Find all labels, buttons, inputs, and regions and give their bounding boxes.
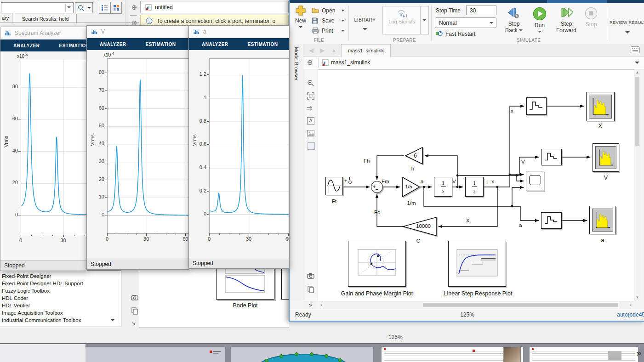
axis-tick bbox=[259, 233, 259, 235]
hold-block-x[interactable] bbox=[526, 97, 547, 115]
fast-restart-toggle[interactable]: Fast Restart bbox=[436, 31, 500, 38]
tab-estimation[interactable]: ESTIMATION bbox=[248, 42, 278, 47]
image-icon[interactable] bbox=[307, 130, 314, 136]
tab-analyzer[interactable]: ANALYZER bbox=[13, 43, 40, 48]
toolbox-list[interactable]: Fixed-Point DesignerFixed-Point Designer… bbox=[0, 270, 121, 327]
integrator1-block[interactable]: 1s bbox=[434, 177, 452, 197]
fit-to-view-icon[interactable] bbox=[307, 92, 314, 100]
thumbnail-matlab-1[interactable] bbox=[382, 347, 523, 362]
scroll-up-icon[interactable]: ▲ bbox=[634, 69, 640, 76]
grid-view-button[interactable] bbox=[110, 2, 122, 14]
log-signals-button[interactable]: Log Signals bbox=[382, 6, 421, 34]
review-results-button[interactable]: REVIEW RESULTS bbox=[610, 5, 644, 36]
nav-back-icon[interactable]: ◀ bbox=[309, 47, 313, 54]
toolbox-list-item[interactable]: Fixed-Point Designer HDL Support bbox=[0, 280, 121, 287]
library-search-combobox[interactable] bbox=[1, 2, 74, 13]
spectrum-display-v[interactable] bbox=[593, 143, 619, 172]
sine-wave-block[interactable] bbox=[325, 177, 343, 195]
ft-label: Ft bbox=[324, 198, 344, 204]
gain-phase-margin-label: Gain and Phase Margin Plot bbox=[336, 290, 418, 297]
clipboard-icon[interactable] bbox=[131, 307, 138, 315]
horizontal-scrollbar[interactable]: ‹ › bbox=[318, 301, 634, 309]
breadcrumb[interactable]: mass1_simulink bbox=[331, 59, 370, 66]
tab-estimation[interactable]: ESTIMATION bbox=[146, 42, 176, 47]
tab-analyzer[interactable]: ANALYZER bbox=[202, 42, 228, 47]
toolbox-list-item[interactable]: Fixed-Point Designer bbox=[0, 272, 121, 280]
search-button[interactable] bbox=[75, 2, 87, 13]
chevron-down-icon bbox=[538, 31, 541, 34]
nav-forward-icon[interactable]: ▶ bbox=[320, 47, 325, 54]
new-button[interactable]: New bbox=[292, 5, 309, 36]
window-titlebar[interactable]: a bbox=[189, 26, 289, 38]
toolbox-list-item[interactable]: Image Acquisition Toolbox bbox=[0, 309, 121, 317]
gain-phase-margin-block[interactable] bbox=[348, 241, 406, 287]
diagram-canvas[interactable]: Ft + − + − 1/5 1/m 1s 1s 6 h bbox=[318, 69, 634, 301]
scroll-left-icon[interactable]: ‹ bbox=[320, 302, 322, 307]
nav-up-icon[interactable]: ▲ bbox=[331, 47, 337, 54]
breadcrumb-expand-icon[interactable]: ⊕ bbox=[307, 58, 313, 67]
tab-untitled[interactable]: untitled bbox=[140, 1, 289, 13]
signal-arrows-icon[interactable]: ⇉ bbox=[307, 104, 312, 112]
scrollbar-thumb[interactable] bbox=[635, 77, 639, 146]
keyboard-icon[interactable] bbox=[631, 46, 640, 53]
area-box-icon[interactable] bbox=[308, 142, 315, 150]
tab-mass1-simulink[interactable]: mass1_simulink bbox=[341, 44, 391, 57]
tab-estimation[interactable]: ESTIMATION bbox=[59, 43, 87, 48]
status-bar: Stopped bbox=[87, 259, 189, 269]
thumbnail-matlab-2[interactable] bbox=[530, 347, 638, 362]
chevron-down-icon[interactable] bbox=[635, 62, 639, 66]
axis-tick bbox=[74, 235, 74, 236]
run-button[interactable]: Run bbox=[530, 7, 550, 39]
clipboard-icon[interactable] bbox=[308, 286, 314, 293]
search-options-dropdown[interactable] bbox=[86, 2, 93, 13]
stop-time-input[interactable]: 30 bbox=[466, 6, 496, 15]
toolbox-list-item[interactable]: Industrial Communication Toolbox bbox=[0, 317, 121, 324]
tab-analyzer[interactable]: ANALYZER bbox=[100, 42, 126, 47]
vertical-scrollbar[interactable]: ▲ ▼ bbox=[634, 69, 640, 301]
step-back-button[interactable]: Step Back bbox=[502, 7, 526, 39]
toolbox-list-item[interactable]: HDL Verifier bbox=[0, 302, 121, 309]
prepare-dropdown[interactable] bbox=[420, 6, 429, 34]
simulation-mode-select[interactable]: Normal bbox=[435, 17, 496, 28]
window-titlebar[interactable]: V bbox=[87, 26, 189, 38]
hold-block-a[interactable] bbox=[541, 212, 562, 229]
axis-tick: 0 bbox=[100, 236, 114, 242]
scrollbar-thumb[interactable] bbox=[423, 303, 618, 307]
thumbnail-figure-2[interactable] bbox=[231, 347, 373, 362]
canvas-palette: ⇉ A bbox=[303, 69, 318, 301]
spectrum-display-a[interactable] bbox=[589, 206, 616, 234]
step-forward-button[interactable]: Step Forward bbox=[553, 7, 579, 39]
toolbox-list-item[interactable]: HDL Coder bbox=[0, 294, 121, 302]
window-titlebar[interactable]: Spectrum Analyzer bbox=[0, 27, 87, 40]
status-solver[interactable]: auto(ode45 bbox=[617, 311, 644, 318]
axis-tick: 60 bbox=[1, 116, 18, 121]
stop-button[interactable]: Stop bbox=[582, 7, 600, 39]
spectrum-display-x[interactable] bbox=[586, 92, 615, 121]
tab-library[interactable]: ary bbox=[2, 15, 9, 21]
scope-block[interactable] bbox=[526, 171, 544, 191]
open-button[interactable]: Open bbox=[312, 7, 348, 16]
axis-tick bbox=[156, 233, 156, 235]
palette-expand-button[interactable]: » bbox=[303, 301, 318, 309]
expand-icon[interactable]: » bbox=[132, 320, 136, 327]
print-button[interactable]: Print bbox=[312, 28, 348, 36]
hold-block-v[interactable] bbox=[541, 149, 562, 165]
integrator2-block[interactable]: 1s bbox=[465, 177, 484, 197]
scroll-down-icon[interactable]: ▼ bbox=[634, 294, 640, 301]
tab-search-results[interactable]: Search Results: hold bbox=[14, 14, 77, 23]
thumbnail-figure-1[interactable] bbox=[85, 347, 225, 362]
annotation-icon[interactable]: A bbox=[307, 117, 314, 124]
library-button[interactable]: LIBRARY bbox=[350, 5, 380, 36]
camera-icon[interactable] bbox=[131, 294, 138, 300]
axis-tick: 70 bbox=[88, 87, 104, 93]
toolbox-list-item[interactable]: Fuzzy Logic Toolbox bbox=[0, 287, 121, 294]
scroll-down-icon[interactable] bbox=[111, 319, 114, 323]
camera-icon[interactable] bbox=[307, 273, 314, 279]
zoom-in-icon[interactable] bbox=[307, 79, 314, 87]
scroll-right-icon[interactable]: › bbox=[630, 302, 632, 307]
zoom-fit-icon[interactable]: ⊕ bbox=[131, 4, 138, 11]
linear-step-response-block[interactable] bbox=[448, 241, 506, 287]
list-view-button[interactable] bbox=[99, 2, 110, 14]
save-button[interactable]: Save bbox=[312, 17, 348, 26]
model-browser-strip[interactable]: Model Browser bbox=[290, 44, 303, 301]
